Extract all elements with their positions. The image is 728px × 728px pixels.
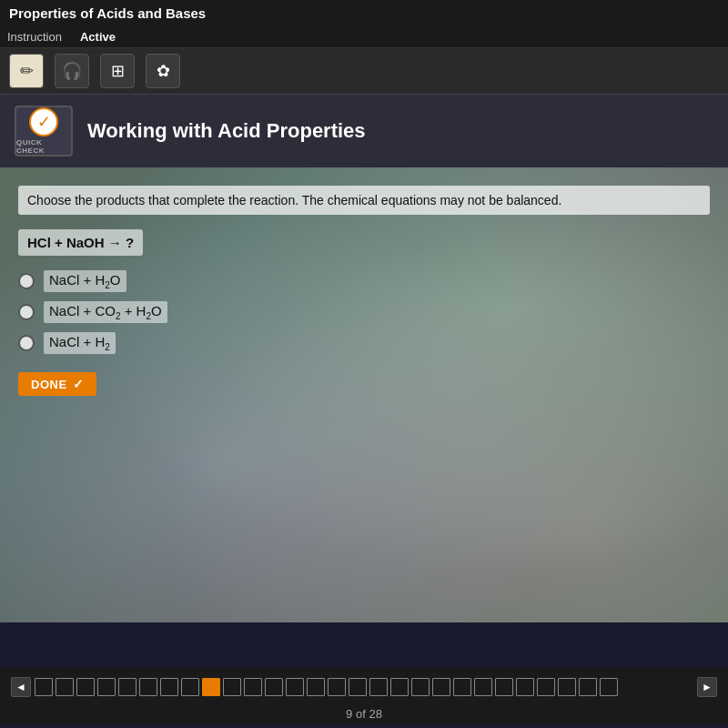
- headphones-button[interactable]: 🎧: [55, 54, 89, 88]
- bottom-nav: ◄ ►: [0, 668, 728, 706]
- nav-square-19[interactable]: [411, 678, 430, 696]
- reaction-formula: HCl + NaOH → ?: [18, 229, 143, 256]
- nav-square-22[interactable]: [474, 678, 492, 696]
- radio-2[interactable]: [18, 304, 35, 320]
- quick-check-header: ✓ QUICK CHECK Working with Acid Properti…: [0, 95, 728, 167]
- nav-square-7[interactable]: [160, 678, 178, 696]
- option-3[interactable]: NaCl + H2: [18, 332, 710, 354]
- nav-active[interactable]: Active: [80, 30, 116, 44]
- option-2-text: NaCl + CO2 + H2O: [44, 301, 167, 323]
- pencil-button[interactable]: ✏: [9, 54, 44, 88]
- top-bar: Properties of Acids and Bases: [0, 0, 728, 26]
- option-2[interactable]: NaCl + CO2 + H2O: [18, 301, 710, 323]
- settings-icon: ✿: [157, 61, 170, 81]
- calculator-icon: ⊞: [111, 61, 125, 81]
- nav-square-13[interactable]: [286, 678, 304, 696]
- option-1[interactable]: NaCl + H2O: [18, 270, 710, 292]
- quick-check-title: Working with Acid Properties: [87, 119, 366, 143]
- quick-check-label: QUICK CHECK: [16, 138, 71, 155]
- option-1-text: NaCl + H2O: [44, 270, 126, 292]
- nav-square-17[interactable]: [369, 678, 388, 696]
- nav-square-26[interactable]: [558, 678, 576, 696]
- next-icon: ►: [702, 681, 713, 693]
- nav-square-20[interactable]: [432, 678, 450, 696]
- radio-1[interactable]: [18, 273, 35, 289]
- headphones-icon: 🎧: [62, 61, 82, 81]
- page-indicator: 9 of 28: [0, 703, 728, 724]
- nav-squares: [35, 678, 693, 696]
- main-content: ✓ QUICK CHECK Working with Acid Properti…: [0, 95, 728, 622]
- nav-square-1[interactable]: [35, 678, 53, 696]
- quick-check-badge: ✓ QUICK CHECK: [15, 106, 73, 157]
- done-check-icon: ✓: [73, 377, 85, 391]
- nav-square-25[interactable]: [537, 678, 555, 696]
- question-instructions: Choose the products that complete the re…: [18, 186, 710, 215]
- settings-button[interactable]: ✿: [146, 54, 180, 88]
- nav-bar: Instruction Active: [0, 26, 728, 48]
- question-area: Choose the products that complete the re…: [0, 167, 728, 414]
- nav-square-11[interactable]: [244, 678, 262, 696]
- radio-3[interactable]: [18, 335, 35, 351]
- nav-instruction[interactable]: Instruction: [7, 30, 62, 44]
- nav-square-4[interactable]: [97, 678, 116, 696]
- nav-square-14[interactable]: [307, 678, 325, 696]
- calculator-button[interactable]: ⊞: [100, 54, 135, 88]
- next-button[interactable]: ►: [697, 677, 717, 697]
- nav-square-8[interactable]: [181, 678, 199, 696]
- check-circle-icon: ✓: [29, 107, 58, 136]
- nav-square-5[interactable]: [118, 678, 136, 696]
- option-3-text: NaCl + H2: [44, 332, 116, 354]
- done-label: DONE: [31, 378, 67, 391]
- toolbar: ✏ 🎧 ⊞ ✿: [0, 48, 728, 95]
- nav-square-10[interactable]: [223, 678, 241, 696]
- nav-square-15[interactable]: [328, 678, 346, 696]
- nav-square-18[interactable]: [390, 678, 409, 696]
- nav-square-6[interactable]: [139, 678, 157, 696]
- nav-square-2[interactable]: [56, 678, 74, 696]
- nav-square-21[interactable]: [453, 678, 471, 696]
- nav-square-12[interactable]: [265, 678, 283, 696]
- nav-square-16[interactable]: [349, 678, 367, 696]
- nav-square-27[interactable]: [579, 678, 597, 696]
- nav-square-28[interactable]: [600, 678, 618, 696]
- prev-button[interactable]: ◄: [11, 677, 31, 697]
- page-text: 9 of 28: [346, 707, 382, 721]
- nav-square-23[interactable]: [495, 678, 513, 696]
- prev-icon: ◄: [15, 681, 26, 693]
- app-title: Properties of Acids and Bases: [9, 5, 206, 21]
- nav-square-9[interactable]: [202, 678, 220, 696]
- done-button[interactable]: DONE ✓: [18, 372, 96, 396]
- options-list: NaCl + H2O NaCl + CO2 + H2O NaCl + H2: [18, 270, 710, 354]
- nav-square-3[interactable]: [76, 678, 95, 696]
- pencil-icon: ✏: [20, 61, 34, 81]
- nav-square-24[interactable]: [516, 678, 534, 696]
